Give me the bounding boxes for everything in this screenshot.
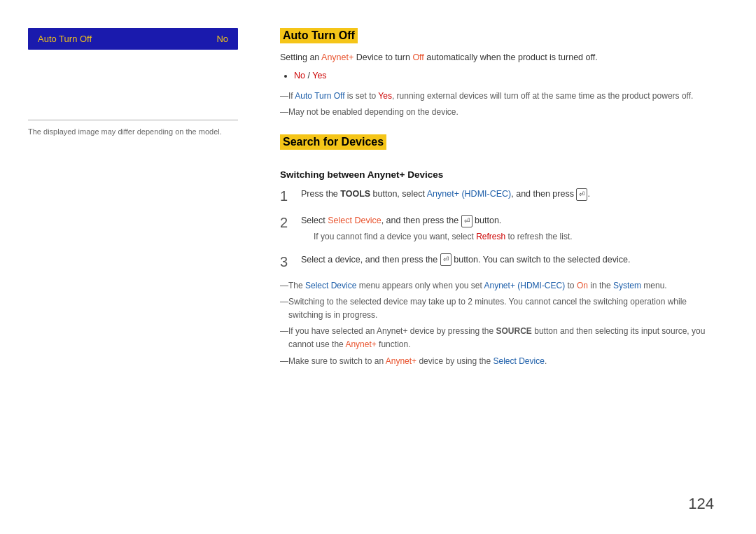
refresh-ref: Refresh: [476, 232, 505, 241]
step-number-2: 2: [280, 213, 293, 244]
note-switching-time: Switching to the selected device may tak…: [280, 295, 714, 322]
step-1: 1 Press the TOOLS button, select Anynet+…: [280, 187, 714, 205]
tools-bold: TOOLS: [340, 189, 370, 199]
note-make-sure: Make sure to switch to an Anynet+ device…: [280, 355, 714, 368]
auto-turn-off-ref: Auto Turn Off: [295, 91, 344, 101]
anynet-highlight: Anynet+: [321, 52, 354, 62]
system-ref: System: [613, 281, 641, 290]
bullet-list: No / Yes: [280, 69, 714, 83]
no-option: No: [294, 71, 305, 80]
model-note: The displayed image may differ depending…: [28, 127, 238, 136]
step-3-content: Select a device, and then press the ⏎ bu…: [301, 253, 714, 271]
section2-title: Search for Devices: [280, 134, 386, 150]
section-auto-turn-off: Auto Turn Off Setting an Anynet+ Device …: [280, 28, 714, 119]
step-3: 3 Select a device, and then press the ⏎ …: [280, 253, 714, 271]
section1-desc: Setting an Anynet+ Device to turn Off au…: [280, 50, 714, 64]
page-number: 124: [688, 495, 714, 513]
menu-item-auto-turn-off: Auto Turn Off No: [28, 28, 238, 50]
anynet-plus-ref2: Anynet+: [386, 356, 416, 366]
section2-subtitle: Switching between Anynet+ Devices: [280, 169, 714, 180]
note-select-device-menu: The Select Device menu appears only when…: [280, 279, 714, 293]
off-highlight: Off: [412, 52, 424, 62]
step-number-1: 1: [280, 187, 293, 205]
enter-icon-2: ⏎: [461, 215, 472, 227]
yes-ref: Yes: [378, 91, 392, 101]
divider: [28, 120, 238, 120]
yes-option: Yes: [312, 71, 326, 80]
step-2-content: Select Select Device, and then press the…: [301, 213, 714, 244]
step-2-subnote: If you cannot find a device you want, se…: [314, 230, 714, 244]
section1-note2: May not be enabled depending on the devi…: [280, 106, 714, 119]
steps-list: 1 Press the TOOLS button, select Anynet+…: [280, 187, 714, 270]
step-2: 2 Select Select Device, and then press t…: [280, 213, 714, 244]
bullet-item: No / Yes: [294, 69, 714, 83]
note-source-button: If you have selected an Anynet+ device b…: [280, 325, 714, 351]
enter-icon-1: ⏎: [576, 188, 587, 201]
right-panel: Auto Turn Off Setting an Anynet+ Device …: [266, 28, 714, 506]
select-device-note-ref: Select Device: [305, 281, 356, 290]
menu-item-label: Auto Turn Off: [38, 34, 92, 44]
step-number-3: 3: [280, 253, 293, 271]
left-panel: Auto Turn Off No The displayed image may…: [28, 28, 266, 506]
source-bold: SOURCE: [496, 326, 532, 336]
anynet-hdmi-cec-1: Anynet+ (HDMI-CEC): [427, 189, 512, 199]
menu-item-value: No: [216, 34, 228, 44]
select-device-ref2: Select Device: [493, 356, 545, 366]
section1-note1: If Auto Turn Off is set to Yes, running …: [280, 90, 714, 103]
anynet-hdmi-cec-note: Anynet+ (HDMI-CEC): [484, 281, 566, 290]
on-ref: On: [577, 281, 588, 290]
enter-icon-3: ⏎: [440, 253, 451, 266]
select-device-2: Select Device: [328, 216, 381, 225]
section1-title: Auto Turn Off: [280, 28, 358, 43]
step-1-content: Press the TOOLS button, select Anynet+ (…: [301, 187, 714, 205]
section-search-devices: Search for Devices Switching between Any…: [280, 134, 714, 367]
anynet-plus-ref: Anynet+: [345, 339, 376, 349]
